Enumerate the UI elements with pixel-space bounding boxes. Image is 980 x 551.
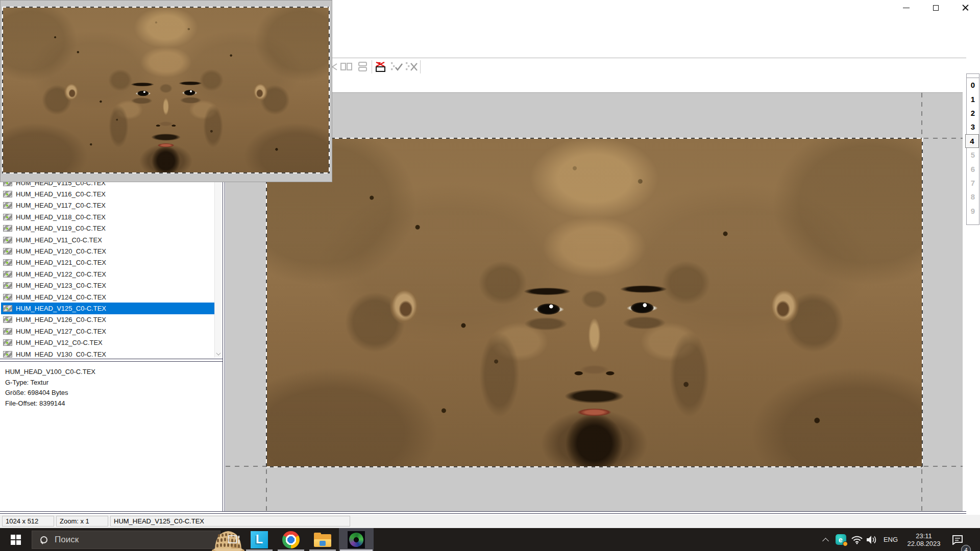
file-list-item[interactable]: HUM_HEAD_V126_C0-C.TEX — [1, 314, 214, 325]
info-gtype: G-Type: Textur — [5, 378, 223, 388]
mip-level-button-9[interactable]: 9 — [967, 204, 979, 218]
file-name-label: HUM_HEAD_V119_C0-C.TEX — [16, 224, 106, 232]
file-list-item[interactable]: HUM_HEAD_V117_C0-C.TEX — [1, 200, 214, 211]
texture-thumb-icon — [3, 328, 12, 335]
taskbar-app-explorer[interactable] — [307, 528, 338, 551]
action-center-button[interactable]: 4 — [948, 528, 967, 551]
panel-divider — [0, 359, 223, 359]
file-list-item[interactable]: HUM_HEAD_V125_C0-C.TEX — [1, 303, 214, 314]
file-list-item[interactable]: HUM_HEAD_V11_C0-C.TEX — [1, 234, 214, 245]
file-name-label: HUM_HEAD_V125_C0-C.TEX — [16, 305, 106, 312]
file-list-item[interactable]: HUM_HEAD_V12_C0-C.TEX — [1, 337, 214, 348]
dots-x-icon — [405, 61, 418, 72]
file-list-item[interactable]: HUM_HEAD_V123_C0-C.TEX — [1, 280, 214, 291]
info-offset: File-Offset: 8399144 — [5, 398, 223, 409]
panel-border — [225, 168, 225, 512]
status-bar: 1024 x 512 Zoom: x 1 HUM_HEAD_V125_C0-C.… — [0, 515, 980, 528]
mip-level-button-7[interactable]: 7 — [967, 176, 979, 190]
mip-level-button-8[interactable]: 8 — [967, 190, 979, 204]
dots-check-icon — [390, 61, 403, 72]
bottom-border — [0, 513, 966, 514]
texture-thumb-icon — [3, 191, 12, 197]
maximize-button[interactable] — [921, 0, 950, 15]
mip-buttons: 0123456789 — [967, 78, 979, 218]
task-view-button[interactable] — [225, 528, 244, 551]
maximize-icon — [933, 5, 939, 11]
texture-thumb-icon — [3, 282, 12, 289]
file-name-label: HUM_HEAD_V130_C0-C.TEX — [16, 350, 106, 358]
toolbar-divider — [332, 58, 966, 58]
status-zoom: Zoom: x 1 — [56, 516, 108, 527]
panel-border — [223, 168, 223, 512]
stacked-frames-button[interactable] — [356, 60, 370, 73]
file-list-item[interactable]: HUM_HEAD_V124_C0-C.TEX — [1, 291, 214, 303]
texture-thumb-icon — [3, 271, 12, 278]
file-list-item[interactable]: HUM_HEAD_V122_C0-C.TEX — [1, 268, 214, 280]
tray-wifi[interactable] — [849, 528, 865, 551]
texture-thumb-icon — [3, 259, 12, 266]
texture-thumb-icon — [3, 339, 12, 346]
mip-level-button-6[interactable]: 6 — [967, 162, 979, 176]
texture-thumb-icon — [3, 214, 12, 220]
file-name-label: HUM_HEAD_V120_C0-C.TEX — [16, 247, 106, 255]
minimize-button[interactable] — [891, 0, 921, 15]
texture-thumb-icon — [3, 237, 12, 243]
file-name-label: HUM_HEAD_V123_C0-C.TEX — [16, 282, 106, 289]
toolbar-separator — [372, 60, 372, 73]
file-list-item[interactable]: HUM_HEAD_V130_C0-C.TEX — [1, 348, 214, 358]
texture-thumb-icon — [3, 248, 12, 255]
taskbar-app-texture-viewer-active[interactable] — [339, 528, 374, 551]
file-list-item[interactable]: HUM_HEAD_V121_C0-C.TEX — [1, 257, 214, 268]
mip-level-button-0[interactable]: 0 — [967, 78, 979, 92]
file-list-item[interactable]: HUM_HEAD_V116_C0-C.TEX — [1, 188, 214, 199]
texture-viewer-icon — [348, 531, 365, 548]
mip-level-button-2[interactable]: 2 — [967, 106, 979, 120]
notification-count-badge: 4 — [961, 545, 971, 551]
remove-texture-button[interactable] — [375, 60, 388, 73]
discard-selection-button[interactable] — [405, 60, 418, 73]
taskbar-app-chrome[interactable] — [276, 528, 306, 551]
scroll-down-icon[interactable] — [216, 350, 221, 355]
taskbar-app-lightshot[interactable]: L — [244, 528, 275, 551]
taskbar: Поиск L — [0, 528, 980, 551]
list-scrollbar[interactable] — [214, 173, 222, 358]
compare-textures-button[interactable] — [340, 60, 353, 73]
date-label: 22.08.2023 — [901, 540, 946, 547]
windows-logo-icon — [11, 535, 21, 545]
mip-level-button-4[interactable]: 4 — [965, 134, 979, 148]
file-list-item[interactable]: HUM_HEAD_V127_C0-C.TEX — [1, 325, 214, 337]
chrome-icon — [282, 531, 300, 548]
file-name-label: HUM_HEAD_V127_C0-C.TEX — [16, 328, 106, 335]
search-placeholder: Поиск — [55, 535, 79, 545]
mip-level-button-3[interactable]: 3 — [967, 120, 979, 134]
tray-antivirus[interactable]: e — [833, 528, 848, 551]
tray-overflow-button[interactable] — [819, 528, 833, 551]
close-icon — [962, 5, 969, 11]
texture-preview-window[interactable] — [0, 0, 332, 182]
file-list-item[interactable]: HUM_HEAD_V120_C0-C.TEX — [1, 245, 214, 257]
texture-thumb-icon — [3, 202, 12, 209]
notification-icon — [951, 535, 964, 545]
status-filename: HUM_HEAD_V125_C0-C.TEX — [110, 516, 350, 527]
texture-thumb-icon — [3, 294, 12, 300]
bottom-border — [0, 511, 966, 512]
taskbar-search-box[interactable]: Поиск — [32, 531, 220, 549]
mip-level-button-1[interactable]: 1 — [967, 92, 979, 106]
language-label: ENG — [884, 536, 898, 543]
lightshot-icon: L — [251, 531, 268, 548]
close-button[interactable] — [950, 0, 980, 15]
wifi-icon — [851, 535, 863, 544]
texture-viewer-window: HUM_HEAD_V115_C0-C.TEXHUM_HEAD_V116_C0-C… — [0, 0, 980, 551]
alert-badge — [843, 541, 848, 546]
file-list-item[interactable]: HUM_HEAD_V118_C0-C.TEX — [1, 211, 214, 222]
info-size: Größe: 698404 Bytes — [5, 388, 223, 398]
start-button[interactable] — [4, 528, 28, 551]
tray-volume[interactable] — [865, 528, 880, 551]
file-name-label: HUM_HEAD_V11_C0-C.TEX — [16, 236, 102, 244]
tray-language[interactable]: ENG — [881, 528, 900, 551]
time-label: 23:11 — [901, 532, 946, 540]
tray-clock[interactable]: 23:11 22.08.2023 — [901, 528, 946, 551]
file-list-item[interactable]: HUM_HEAD_V119_C0-C.TEX — [1, 223, 214, 234]
apply-selection-button[interactable] — [390, 60, 403, 73]
mip-level-button-5[interactable]: 5 — [967, 148, 979, 162]
